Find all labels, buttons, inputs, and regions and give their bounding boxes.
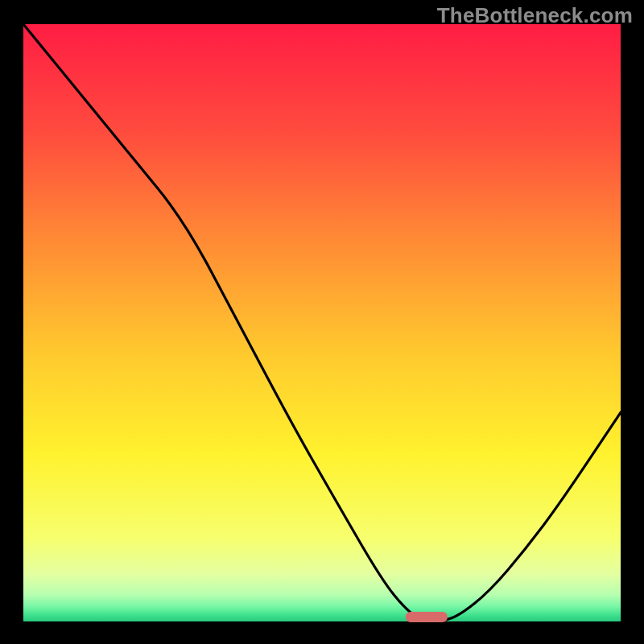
chart-frame: { "watermark": "TheBottleneck.com", "col…: [0, 0, 644, 644]
optimal-marker: [406, 612, 448, 622]
plot-background: [23, 24, 621, 621]
bottleneck-chart: [0, 0, 644, 644]
